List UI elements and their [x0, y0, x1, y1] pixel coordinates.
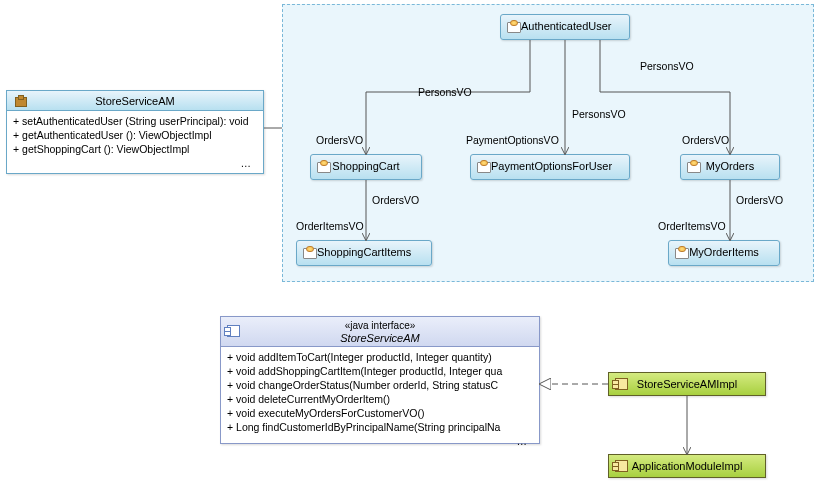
vo-title: PaymentOptionsForUser	[491, 160, 626, 172]
vo-title: MyOrderItems	[689, 246, 773, 258]
iface-method: + void addItemToCart(Integer productId, …	[227, 350, 533, 364]
edge-label: PersonsVO	[572, 108, 626, 120]
am-method: + getAuthenticatedUser (): ViewObjectImp…	[13, 128, 257, 142]
iface-more: …	[227, 434, 533, 448]
iface-method: + void addShoppingCartItem(Integer produ…	[227, 364, 533, 378]
view-object-icon	[317, 160, 331, 172]
view-object-icon	[687, 160, 701, 172]
vo-shopping-cart[interactable]: ShoppingCart	[310, 154, 422, 180]
class-icon	[615, 460, 629, 472]
view-object-icon	[675, 246, 689, 258]
vo-my-order-items[interactable]: MyOrderItems	[668, 240, 780, 266]
app-module-icon	[13, 95, 27, 107]
edge-label: OrdersVO	[316, 134, 363, 146]
class-application-module-impl[interactable]: ApplicationModuleImpl	[608, 454, 766, 478]
vo-authenticated-user[interactable]: AuthenticatedUser	[500, 14, 630, 40]
app-module-store-service-am[interactable]: StoreServiceAM + setAuthenticatedUser (S…	[6, 90, 264, 174]
edge-label: OrderItemsVO	[296, 220, 364, 232]
class-store-service-am-impl[interactable]: StoreServiceAMImpl	[608, 372, 766, 396]
am-method: + setAuthenticatedUser (String userPrinc…	[13, 114, 257, 128]
interface-store-service-am[interactable]: «java interface» StoreServiceAM + void a…	[220, 316, 540, 444]
am-method: + getShoppingCart (): ViewObjectImpl	[13, 142, 257, 156]
vo-title: MyOrders	[701, 160, 773, 172]
interface-icon	[227, 325, 241, 337]
view-object-icon	[507, 20, 521, 32]
view-object-icon	[477, 160, 491, 172]
vo-title: ShoppingCart	[331, 160, 415, 172]
edge-label: PersonsVO	[418, 86, 472, 98]
am-more: …	[13, 156, 257, 170]
view-object-icon	[303, 246, 317, 258]
iface-method: + void changeOrderStatus(Number orderId,…	[227, 378, 533, 392]
vo-title: AuthenticatedUser	[521, 20, 626, 32]
interface-name: StoreServiceAM	[241, 332, 519, 345]
class-icon	[615, 378, 629, 390]
edge-label: OrdersVO	[736, 194, 783, 206]
vo-shopping-cart-items[interactable]: ShoppingCartItems	[296, 240, 432, 266]
interface-stereotype: «java interface»	[241, 319, 519, 332]
iface-method: + Long findCustomerIdByPrincipalName(Str…	[227, 420, 533, 434]
app-module-title: StoreServiceAM	[27, 95, 257, 107]
class-title: ApplicationModuleImpl	[629, 460, 759, 472]
iface-method: + void deleteCurrentMyOrderItem()	[227, 392, 533, 406]
edge-label: OrdersVO	[372, 194, 419, 206]
vo-payment-options[interactable]: PaymentOptionsForUser	[470, 154, 630, 180]
edge-label: PaymentOptionsVO	[466, 134, 559, 146]
iface-method: + void executeMyOrdersForCustomerVO()	[227, 406, 533, 420]
edge-label: PersonsVO	[640, 60, 694, 72]
edge-label: OrderItemsVO	[658, 220, 726, 232]
vo-my-orders[interactable]: MyOrders	[680, 154, 780, 180]
edge-label: OrdersVO	[682, 134, 729, 146]
vo-title: ShoppingCartItems	[317, 246, 425, 258]
class-title: StoreServiceAMImpl	[629, 378, 759, 390]
